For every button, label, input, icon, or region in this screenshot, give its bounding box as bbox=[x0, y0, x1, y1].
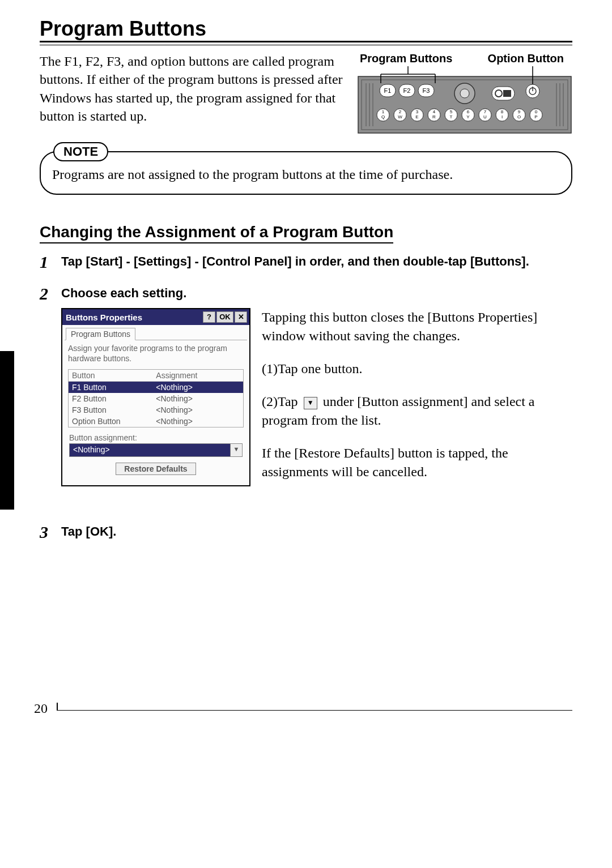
footer-tick bbox=[57, 703, 58, 711]
ok-button[interactable]: OK bbox=[216, 311, 233, 323]
restore-defaults-button[interactable]: Restore Defaults bbox=[116, 463, 196, 475]
dropdown-arrow-icon[interactable]: ▼ bbox=[231, 443, 243, 457]
window-title: Buttons Properties bbox=[65, 313, 202, 322]
list-header-assignment: Assignment bbox=[152, 370, 243, 381]
list-row-option[interactable]: Option Button <Nothing> bbox=[69, 416, 243, 427]
svg-text:U: U bbox=[483, 114, 487, 119]
close-button[interactable]: ✕ bbox=[235, 311, 247, 323]
button-assignment-label: Button assignment: bbox=[67, 430, 245, 443]
svg-rect-23 bbox=[503, 90, 511, 97]
svg-text:F2: F2 bbox=[403, 87, 411, 94]
note-badge: NOTE bbox=[53, 142, 108, 161]
buttons-properties-window: Buttons Properties ? OK ✕ Program Button… bbox=[61, 308, 250, 486]
figure-label-program-buttons: Program Buttons bbox=[360, 52, 452, 65]
device-figure: Program Buttons Option Button F1 F2 bbox=[357, 52, 572, 134]
svg-text:P: P bbox=[534, 114, 537, 119]
list-row-f3[interactable]: F3 Button <Nothing> bbox=[69, 404, 243, 416]
svg-text:8: 8 bbox=[501, 109, 504, 114]
footer-rule bbox=[57, 710, 572, 711]
step-3-number: 3 bbox=[40, 524, 56, 541]
inline-dropdown-icon: ▼ bbox=[304, 397, 317, 409]
svg-text:F3: F3 bbox=[423, 87, 430, 94]
help-button[interactable]: ? bbox=[203, 311, 215, 323]
step-1-text: Tap [Start] - [Settings] - [Control Pane… bbox=[61, 254, 572, 271]
step-3-text: Tap [OK]. bbox=[61, 524, 572, 541]
tab-program-buttons[interactable]: Program Buttons bbox=[66, 328, 135, 340]
svg-point-20 bbox=[460, 89, 469, 98]
svg-text:Y: Y bbox=[466, 114, 470, 119]
step-1-number: 1 bbox=[40, 254, 56, 271]
svg-text:I: I bbox=[502, 114, 503, 119]
page-side-tab bbox=[0, 351, 14, 510]
annotation-tap-dropdown: (2)Tap ▼ under [Button assignment] and s… bbox=[262, 392, 572, 429]
section-heading: Changing the Assignment of a Program But… bbox=[40, 223, 393, 243]
note-text: Programs are not assigned to the program… bbox=[40, 151, 572, 195]
svg-text:W: W bbox=[398, 114, 402, 119]
page-number: 20 bbox=[34, 701, 48, 716]
annotation-close-button: Tapping this button closes the [Buttons … bbox=[262, 308, 572, 345]
title-underline bbox=[40, 45, 572, 45]
list-header-button: Button bbox=[69, 370, 152, 381]
step-2-number: 2 bbox=[40, 285, 56, 302]
svg-text:E: E bbox=[415, 114, 418, 119]
intro-paragraph: The F1, F2, F3, and option buttons are c… bbox=[40, 52, 346, 134]
svg-text:5: 5 bbox=[450, 109, 453, 114]
svg-text:4: 4 bbox=[433, 109, 436, 114]
page-title: Program Buttons bbox=[40, 17, 572, 42]
dropdown-value: <Nothing> bbox=[69, 443, 231, 457]
svg-text:F1: F1 bbox=[384, 87, 392, 94]
svg-text:3: 3 bbox=[416, 109, 419, 114]
svg-text:6: 6 bbox=[467, 109, 470, 114]
list-row-f2[interactable]: F2 Button <Nothing> bbox=[69, 393, 243, 404]
annotation-restore-defaults: If the [Restore Defaults] button is tapp… bbox=[262, 444, 572, 481]
svg-text:R: R bbox=[432, 114, 436, 119]
svg-text:7: 7 bbox=[484, 109, 487, 114]
device-keypad-illustration: F1 F2 F3 1Q 2W 3E 4R bbox=[357, 66, 572, 134]
svg-text:Q: Q bbox=[381, 114, 385, 119]
buttons-list[interactable]: Button Assignment F1 Button <Nothing> F2… bbox=[68, 369, 244, 427]
svg-text:0: 0 bbox=[535, 109, 538, 114]
figure-label-option-button: Option Button bbox=[488, 52, 564, 65]
svg-text:9: 9 bbox=[518, 109, 521, 114]
svg-text:2: 2 bbox=[399, 109, 402, 114]
step-2-text: Choose each setting. bbox=[61, 285, 572, 302]
annotation-tap-one-button: (1)Tap one button. bbox=[262, 360, 572, 378]
button-assignment-dropdown[interactable]: <Nothing> ▼ bbox=[69, 443, 243, 457]
svg-text:T: T bbox=[450, 114, 453, 119]
svg-text:1: 1 bbox=[382, 109, 385, 114]
svg-text:O: O bbox=[517, 114, 521, 119]
list-row-f1[interactable]: F1 Button <Nothing> bbox=[69, 382, 243, 393]
window-description: Assign your favorite programs to the pro… bbox=[67, 344, 245, 367]
